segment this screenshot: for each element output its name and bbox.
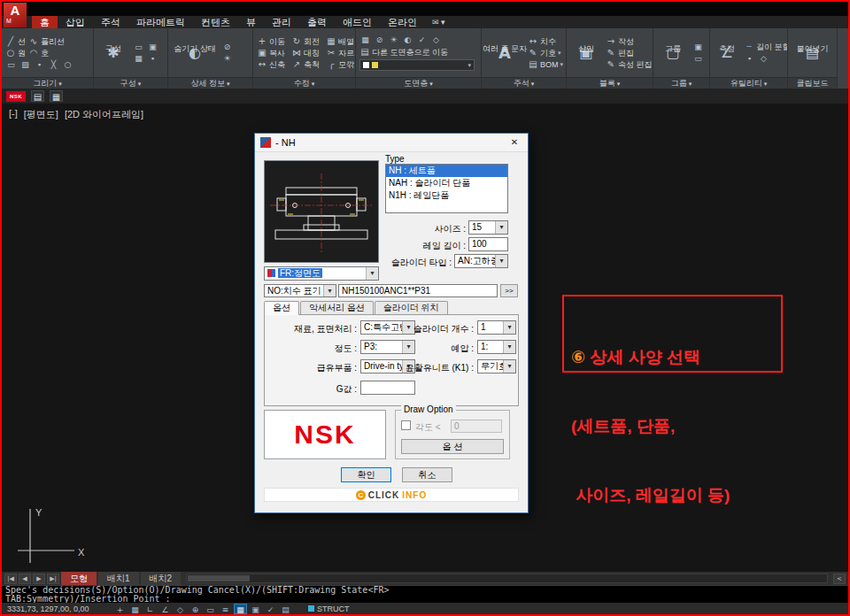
ok-button[interactable]: 확인 bbox=[341, 467, 391, 482]
lube-unit-select[interactable]: 무기호 bbox=[477, 359, 516, 373]
slider-count-select[interactable]: 1 bbox=[477, 320, 516, 335]
current-layer-chip[interactable]: STRUCT bbox=[308, 604, 350, 613]
polar-icon[interactable] bbox=[158, 604, 172, 614]
quick-props-icon[interactable] bbox=[249, 604, 262, 614]
panel-label-group[interactable]: 그룹 bbox=[653, 77, 709, 89]
hatch-icon[interactable] bbox=[19, 59, 31, 70]
detail-mini1-icon[interactable] bbox=[221, 42, 233, 52]
detail-mini2-icon[interactable] bbox=[221, 53, 233, 64]
annotation-scale-icon[interactable] bbox=[279, 604, 292, 614]
layer-freeze-icon[interactable] bbox=[402, 35, 413, 45]
compose-mini1-icon[interactable] bbox=[133, 42, 144, 52]
mirror-tool[interactable]: 대칭 bbox=[291, 48, 320, 58]
view-select[interactable]: FR:정면도 bbox=[264, 266, 379, 281]
group-tool[interactable]: 그룹 bbox=[657, 44, 689, 61]
xline-icon[interactable] bbox=[48, 59, 59, 70]
g-value-input[interactable] bbox=[360, 381, 415, 395]
group-mini1-icon[interactable] bbox=[692, 42, 704, 52]
panel-label-compose[interactable]: 구성 bbox=[94, 77, 167, 89]
collapse-icon[interactable] bbox=[833, 574, 846, 584]
panel-label-annotate[interactable]: 주석 bbox=[482, 77, 566, 89]
first-tab-icon[interactable]: |◀ bbox=[4, 574, 17, 584]
layer-props-icon[interactable] bbox=[359, 35, 371, 45]
snap-icon[interactable] bbox=[128, 604, 142, 614]
type-option-set[interactable]: NH : 세트품 bbox=[386, 165, 507, 177]
tab-option[interactable]: 옵션 bbox=[264, 301, 299, 315]
attr-edit-tool[interactable]: 속성 편집 bbox=[606, 59, 653, 70]
panel-label-utility[interactable]: 유틸리티 bbox=[710, 77, 787, 89]
compose-mini3-icon[interactable] bbox=[133, 53, 144, 64]
insert-block-tool[interactable]: 삽입 bbox=[570, 44, 602, 61]
last-tab-icon[interactable]: ▶| bbox=[47, 574, 59, 584]
settings-icon[interactable] bbox=[50, 90, 63, 102]
rectangle-icon[interactable] bbox=[5, 59, 17, 70]
layer-lock-icon[interactable] bbox=[374, 35, 385, 45]
trim-tool[interactable]: 자르기 bbox=[326, 48, 355, 58]
scrollbar-thumb[interactable] bbox=[188, 575, 250, 581]
osnap-icon[interactable] bbox=[174, 604, 187, 614]
copy-tool[interactable]: 복사 bbox=[257, 48, 285, 58]
block-edit-tool[interactable]: 편집 bbox=[606, 48, 653, 58]
panel-label-block[interactable]: 블록 bbox=[567, 77, 653, 89]
tab-manage[interactable]: 관리 bbox=[264, 16, 299, 28]
hide-state-tool[interactable]: 숨기기 상태 bbox=[172, 44, 218, 61]
size-select[interactable]: 15 bbox=[468, 220, 508, 235]
autocad-mechanical-logo[interactable]: A M bbox=[4, 3, 27, 27]
compose-mini2-icon[interactable] bbox=[147, 42, 158, 52]
panel-label-modify[interactable]: 수정 bbox=[253, 77, 355, 89]
lineweight-icon[interactable] bbox=[219, 604, 232, 614]
move-to-layer-tool[interactable]: 다른 도면층으로 이동 bbox=[359, 47, 448, 58]
fillet-tool[interactable]: 모깎기 bbox=[326, 59, 355, 70]
tab-content[interactable]: 컨텐츠 bbox=[193, 16, 238, 28]
rail-length-input[interactable]: 100 bbox=[468, 237, 508, 251]
option-button[interactable]: 옵 션 bbox=[401, 439, 504, 454]
bom-tool[interactable]: BOM bbox=[528, 59, 563, 70]
tab-slider-position[interactable]: 슬라이더 위치 bbox=[375, 301, 448, 314]
array-tool[interactable]: 배열 bbox=[326, 36, 355, 47]
line-tool[interactable]: 선 bbox=[5, 36, 26, 47]
tab-online[interactable]: 온라인 bbox=[380, 16, 425, 28]
utility-mini2-icon[interactable] bbox=[758, 53, 769, 64]
panel-label-detail[interactable]: 상세 정보 bbox=[168, 77, 252, 89]
nsk-plugin-icon[interactable]: NSK bbox=[6, 91, 26, 102]
dimension-tool[interactable]: 치수 bbox=[528, 36, 563, 47]
part-number-input[interactable]: NH150100ANC1**P31 bbox=[338, 284, 498, 297]
point-icon[interactable] bbox=[34, 59, 45, 70]
type-option-slider[interactable]: NAH : 슬라이더 단품 bbox=[386, 177, 507, 189]
cancel-button[interactable]: 취소 bbox=[402, 467, 452, 482]
grid-display-icon[interactable] bbox=[234, 604, 247, 614]
dim-notation-select[interactable]: NO:치수 표기 ' bbox=[264, 284, 336, 297]
layer-set-icon[interactable] bbox=[416, 35, 428, 45]
mtext-tool[interactable]: 여러 줄 문자 bbox=[485, 44, 524, 61]
infer-icon[interactable] bbox=[113, 604, 127, 614]
tab-parametric[interactable]: 파라메트릭 bbox=[128, 16, 193, 28]
polyline-tool[interactable]: 폴리선 bbox=[28, 36, 65, 47]
slider-type-select[interactable]: AN:고하중 bbox=[454, 254, 508, 268]
utility-mini1-icon[interactable] bbox=[744, 53, 755, 64]
layout2-tab[interactable]: 배치2 bbox=[141, 572, 182, 585]
panel-label-draw[interactable]: 그리기 bbox=[2, 77, 93, 89]
group-mini2-icon[interactable] bbox=[692, 53, 704, 64]
viewport-menu-control[interactable]: [-] bbox=[9, 108, 18, 121]
ellipse-icon[interactable] bbox=[62, 59, 73, 70]
layer-on-icon[interactable] bbox=[388, 35, 399, 45]
dyn-input-icon[interactable] bbox=[204, 604, 217, 614]
ortho-icon[interactable] bbox=[143, 604, 157, 614]
otrack-icon[interactable] bbox=[189, 604, 202, 614]
compose-mini4-icon[interactable] bbox=[147, 53, 158, 64]
move-tool[interactable]: 이동 bbox=[257, 36, 285, 47]
preload-select[interactable]: 1: bbox=[477, 340, 516, 354]
layer-match-icon[interactable] bbox=[430, 35, 442, 45]
share-icon[interactable] bbox=[425, 16, 452, 28]
layout1-tab[interactable]: 배치1 bbox=[98, 572, 139, 585]
selection-cycling-icon[interactable] bbox=[264, 604, 277, 614]
drawing-area[interactable]: [-] [평면도] [2D 와이어프레임] Y X ⑥ 상세 사양 선택 (세트… bbox=[2, 104, 848, 572]
type-option-rail[interactable]: N1H : 레일단품 bbox=[386, 189, 507, 202]
prev-tab-icon[interactable]: ◀ bbox=[19, 574, 31, 584]
model-tab[interactable]: 모형 bbox=[61, 572, 97, 585]
angle-checkbox[interactable] bbox=[401, 420, 411, 430]
panel-label-clipboard[interactable]: 클립보드 bbox=[788, 77, 837, 89]
command-line[interactable]: Spec's decisions(S)/Option(O)/Drawing Ca… bbox=[2, 585, 848, 603]
block-create-tool[interactable]: 작성 bbox=[606, 36, 653, 47]
tab-addin[interactable]: 애드인 bbox=[335, 16, 380, 28]
